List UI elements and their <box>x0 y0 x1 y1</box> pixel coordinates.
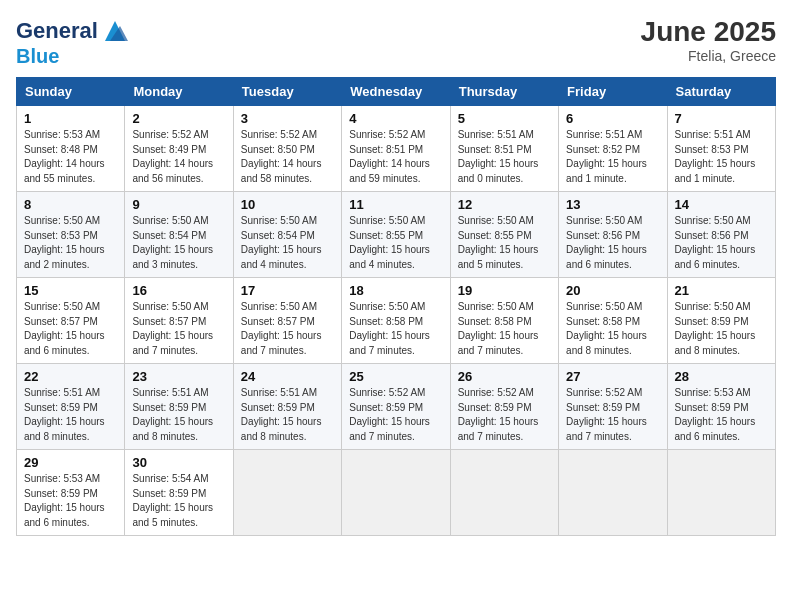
day-number: 19 <box>458 283 551 298</box>
day-header-friday: Friday <box>559 78 667 106</box>
day-number: 10 <box>241 197 334 212</box>
calendar-cell: 30Sunrise: 5:54 AMSunset: 8:59 PMDayligh… <box>125 450 233 536</box>
calendar-cell <box>559 450 667 536</box>
day-number: 22 <box>24 369 117 384</box>
day-number: 4 <box>349 111 442 126</box>
calendar-cell: 6Sunrise: 5:51 AMSunset: 8:52 PMDaylight… <box>559 106 667 192</box>
logo: General Blue <box>16 16 130 67</box>
day-info: Sunrise: 5:50 AMSunset: 8:55 PMDaylight:… <box>458 214 551 272</box>
day-number: 25 <box>349 369 442 384</box>
calendar-cell: 15Sunrise: 5:50 AMSunset: 8:57 PMDayligh… <box>17 278 125 364</box>
day-number: 26 <box>458 369 551 384</box>
logo-blue-text: Blue <box>16 45 59 67</box>
page-header: General Blue June 2025 Ftelia, Greece <box>16 16 776 67</box>
day-number: 1 <box>24 111 117 126</box>
day-info: Sunrise: 5:50 AMSunset: 8:57 PMDaylight:… <box>24 300 117 358</box>
calendar-cell: 26Sunrise: 5:52 AMSunset: 8:59 PMDayligh… <box>450 364 558 450</box>
day-number: 15 <box>24 283 117 298</box>
calendar-row: 15Sunrise: 5:50 AMSunset: 8:57 PMDayligh… <box>17 278 776 364</box>
calendar-cell: 24Sunrise: 5:51 AMSunset: 8:59 PMDayligh… <box>233 364 341 450</box>
calendar-cell: 3Sunrise: 5:52 AMSunset: 8:50 PMDaylight… <box>233 106 341 192</box>
day-info: Sunrise: 5:50 AMSunset: 8:55 PMDaylight:… <box>349 214 442 272</box>
day-info: Sunrise: 5:50 AMSunset: 8:59 PMDaylight:… <box>675 300 768 358</box>
day-header-thursday: Thursday <box>450 78 558 106</box>
calendar-cell: 5Sunrise: 5:51 AMSunset: 8:51 PMDaylight… <box>450 106 558 192</box>
day-info: Sunrise: 5:53 AMSunset: 8:59 PMDaylight:… <box>675 386 768 444</box>
day-info: Sunrise: 5:52 AMSunset: 8:50 PMDaylight:… <box>241 128 334 186</box>
day-number: 21 <box>675 283 768 298</box>
day-number: 17 <box>241 283 334 298</box>
calendar-cell: 19Sunrise: 5:50 AMSunset: 8:58 PMDayligh… <box>450 278 558 364</box>
day-number: 14 <box>675 197 768 212</box>
calendar-row: 8Sunrise: 5:50 AMSunset: 8:53 PMDaylight… <box>17 192 776 278</box>
calendar-cell <box>450 450 558 536</box>
day-number: 8 <box>24 197 117 212</box>
day-info: Sunrise: 5:50 AMSunset: 8:58 PMDaylight:… <box>349 300 442 358</box>
calendar-cell: 8Sunrise: 5:50 AMSunset: 8:53 PMDaylight… <box>17 192 125 278</box>
day-info: Sunrise: 5:52 AMSunset: 8:51 PMDaylight:… <box>349 128 442 186</box>
day-header-monday: Monday <box>125 78 233 106</box>
calendar-cell: 22Sunrise: 5:51 AMSunset: 8:59 PMDayligh… <box>17 364 125 450</box>
calendar-cell: 16Sunrise: 5:50 AMSunset: 8:57 PMDayligh… <box>125 278 233 364</box>
calendar-cell: 18Sunrise: 5:50 AMSunset: 8:58 PMDayligh… <box>342 278 450 364</box>
calendar-cell: 23Sunrise: 5:51 AMSunset: 8:59 PMDayligh… <box>125 364 233 450</box>
day-info: Sunrise: 5:50 AMSunset: 8:54 PMDaylight:… <box>132 214 225 272</box>
logo-icon <box>100 16 130 46</box>
calendar-cell <box>667 450 775 536</box>
day-number: 20 <box>566 283 659 298</box>
calendar-header-row: SundayMondayTuesdayWednesdayThursdayFrid… <box>17 78 776 106</box>
day-info: Sunrise: 5:51 AMSunset: 8:59 PMDaylight:… <box>241 386 334 444</box>
day-number: 30 <box>132 455 225 470</box>
day-number: 3 <box>241 111 334 126</box>
day-info: Sunrise: 5:50 AMSunset: 8:56 PMDaylight:… <box>675 214 768 272</box>
day-number: 5 <box>458 111 551 126</box>
day-info: Sunrise: 5:51 AMSunset: 8:59 PMDaylight:… <box>24 386 117 444</box>
day-info: Sunrise: 5:50 AMSunset: 8:53 PMDaylight:… <box>24 214 117 272</box>
calendar-cell: 11Sunrise: 5:50 AMSunset: 8:55 PMDayligh… <box>342 192 450 278</box>
day-number: 27 <box>566 369 659 384</box>
day-number: 9 <box>132 197 225 212</box>
day-info: Sunrise: 5:52 AMSunset: 8:59 PMDaylight:… <box>566 386 659 444</box>
calendar-cell: 2Sunrise: 5:52 AMSunset: 8:49 PMDaylight… <box>125 106 233 192</box>
day-info: Sunrise: 5:52 AMSunset: 8:49 PMDaylight:… <box>132 128 225 186</box>
calendar-row: 1Sunrise: 5:53 AMSunset: 8:48 PMDaylight… <box>17 106 776 192</box>
day-header-tuesday: Tuesday <box>233 78 341 106</box>
calendar-cell: 12Sunrise: 5:50 AMSunset: 8:55 PMDayligh… <box>450 192 558 278</box>
location-text: Ftelia, Greece <box>641 48 776 64</box>
calendar-cell: 1Sunrise: 5:53 AMSunset: 8:48 PMDaylight… <box>17 106 125 192</box>
day-header-saturday: Saturday <box>667 78 775 106</box>
title-block: June 2025 Ftelia, Greece <box>641 16 776 64</box>
day-number: 28 <box>675 369 768 384</box>
calendar-cell: 28Sunrise: 5:53 AMSunset: 8:59 PMDayligh… <box>667 364 775 450</box>
day-number: 18 <box>349 283 442 298</box>
day-info: Sunrise: 5:50 AMSunset: 8:54 PMDaylight:… <box>241 214 334 272</box>
day-number: 16 <box>132 283 225 298</box>
day-info: Sunrise: 5:50 AMSunset: 8:58 PMDaylight:… <box>458 300 551 358</box>
day-info: Sunrise: 5:53 AMSunset: 8:48 PMDaylight:… <box>24 128 117 186</box>
day-info: Sunrise: 5:51 AMSunset: 8:59 PMDaylight:… <box>132 386 225 444</box>
day-info: Sunrise: 5:53 AMSunset: 8:59 PMDaylight:… <box>24 472 117 530</box>
calendar-table: SundayMondayTuesdayWednesdayThursdayFrid… <box>16 77 776 536</box>
day-info: Sunrise: 5:51 AMSunset: 8:51 PMDaylight:… <box>458 128 551 186</box>
calendar-cell: 10Sunrise: 5:50 AMSunset: 8:54 PMDayligh… <box>233 192 341 278</box>
calendar-cell: 4Sunrise: 5:52 AMSunset: 8:51 PMDaylight… <box>342 106 450 192</box>
day-number: 11 <box>349 197 442 212</box>
calendar-cell: 25Sunrise: 5:52 AMSunset: 8:59 PMDayligh… <box>342 364 450 450</box>
calendar-cell: 13Sunrise: 5:50 AMSunset: 8:56 PMDayligh… <box>559 192 667 278</box>
day-number: 12 <box>458 197 551 212</box>
day-info: Sunrise: 5:52 AMSunset: 8:59 PMDaylight:… <box>458 386 551 444</box>
day-header-wednesday: Wednesday <box>342 78 450 106</box>
calendar-cell: 9Sunrise: 5:50 AMSunset: 8:54 PMDaylight… <box>125 192 233 278</box>
day-info: Sunrise: 5:51 AMSunset: 8:52 PMDaylight:… <box>566 128 659 186</box>
calendar-cell <box>233 450 341 536</box>
day-number: 6 <box>566 111 659 126</box>
calendar-cell: 21Sunrise: 5:50 AMSunset: 8:59 PMDayligh… <box>667 278 775 364</box>
day-header-sunday: Sunday <box>17 78 125 106</box>
day-number: 29 <box>24 455 117 470</box>
calendar-cell: 27Sunrise: 5:52 AMSunset: 8:59 PMDayligh… <box>559 364 667 450</box>
day-info: Sunrise: 5:51 AMSunset: 8:53 PMDaylight:… <box>675 128 768 186</box>
day-info: Sunrise: 5:54 AMSunset: 8:59 PMDaylight:… <box>132 472 225 530</box>
calendar-cell: 20Sunrise: 5:50 AMSunset: 8:58 PMDayligh… <box>559 278 667 364</box>
day-number: 7 <box>675 111 768 126</box>
day-info: Sunrise: 5:50 AMSunset: 8:56 PMDaylight:… <box>566 214 659 272</box>
